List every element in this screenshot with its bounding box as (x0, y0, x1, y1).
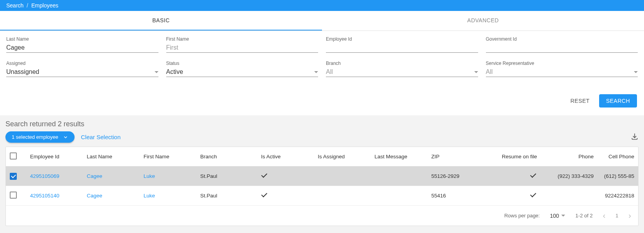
form-actions: RESET SEARCH (0, 92, 644, 115)
col-first-name[interactable]: First Name (140, 147, 196, 167)
check-icon (261, 172, 268, 179)
field-assigned: Assigned Unassigned (6, 61, 158, 77)
check-icon (530, 192, 537, 199)
select-branch[interactable]: All (326, 67, 478, 77)
cell-first-name[interactable]: Luke (144, 173, 155, 179)
reset-button[interactable]: RESET (568, 97, 592, 104)
cell-is-active (257, 167, 314, 186)
input-government-id[interactable] (486, 43, 638, 53)
field-service-rep: Service Representative All (486, 61, 638, 77)
select-service-rep[interactable]: All (486, 67, 638, 77)
chevron-down-icon (155, 71, 158, 73)
results-heading: Search returned 2 results (5, 120, 639, 128)
rows-per-page-value: 100 (550, 213, 559, 219)
chevron-down-icon (63, 134, 68, 140)
breadcrumb-separator: / (27, 2, 28, 9)
col-phone[interactable]: Phone (541, 147, 598, 167)
next-page-button[interactable]: › (628, 211, 631, 220)
col-resume[interactable]: Resume on file (484, 147, 541, 167)
label-last-name: Last Name (6, 36, 158, 42)
pagination-range: 1-2 of 2 (575, 213, 592, 219)
col-checkbox (6, 147, 26, 167)
selected-employee-label: 1 selected employee (12, 134, 58, 140)
input-last-name[interactable] (6, 43, 158, 53)
label-branch: Branch (326, 61, 478, 66)
cell-is-assigned (314, 186, 370, 206)
label-service-rep: Service Representative (486, 61, 638, 66)
input-employee-id[interactable] (326, 43, 478, 53)
col-last-message[interactable]: Last Message (371, 147, 427, 167)
search-button[interactable]: SEARCH (599, 94, 637, 108)
download-icon[interactable] (631, 133, 639, 142)
select-all-checkbox[interactable] (10, 152, 17, 160)
selection-bar: 1 selected employee Clear Selection (5, 131, 639, 143)
results-table-wrap: Employee Id Last Name First Name Branch … (5, 147, 639, 226)
cell-cell-phone: 9224222818 (598, 186, 638, 206)
field-branch: Branch All (326, 61, 478, 77)
select-service-rep-value: All (486, 68, 493, 75)
pagination: Rows per page: 100 1-2 of 2 ‹ 1 › (6, 206, 638, 226)
field-status: Status Active (166, 61, 318, 77)
rows-per-page-select[interactable]: 100 (550, 213, 565, 219)
table-header-row: Employee Id Last Name First Name Branch … (6, 147, 638, 167)
field-first-name: First Name (166, 36, 318, 53)
select-status-value: Active (166, 68, 183, 75)
col-is-assigned[interactable]: Is Assigned (314, 147, 370, 167)
breadcrumb: Search / Employees (0, 0, 644, 11)
label-first-name: First Name (166, 36, 318, 42)
prev-page-button[interactable]: ‹ (603, 211, 605, 220)
breadcrumb-current: Employees (31, 2, 58, 9)
clear-selection-link[interactable]: Clear Selection (81, 134, 121, 140)
cell-first-name[interactable]: Luke (144, 193, 155, 199)
results-table: Employee Id Last Name First Name Branch … (6, 147, 638, 206)
cell-employee-id[interactable]: 4295105140 (30, 193, 59, 199)
table-row[interactable]: 4295105140CageeLukeSt.Paul55416922422281… (6, 186, 638, 206)
breadcrumb-root[interactable]: Search (6, 2, 23, 9)
cell-is-assigned (314, 167, 370, 186)
input-first-name[interactable] (166, 43, 318, 53)
rows-per-page-label: Rows per page: (504, 213, 540, 219)
cell-zip: 55416 (427, 186, 484, 206)
chevron-down-icon (314, 71, 318, 73)
chevron-down-icon (561, 215, 565, 217)
col-last-name[interactable]: Last Name (83, 147, 139, 167)
label-employee-id: Employee Id (326, 36, 478, 42)
col-cell[interactable]: Cell Phone (598, 147, 638, 167)
col-zip[interactable]: ZIP (427, 147, 484, 167)
cell-employee-id[interactable]: 4295105069 (30, 173, 59, 179)
field-government-id: Government Id (486, 36, 638, 53)
cell-last-name[interactable]: Cagee (87, 193, 102, 199)
row-checkbox[interactable] (10, 192, 17, 199)
col-branch[interactable]: Branch (196, 147, 257, 167)
selected-employee-pill[interactable]: 1 selected employee (5, 131, 75, 143)
tab-basic[interactable]: BASIC (0, 11, 322, 30)
cell-last-name[interactable]: Cagee (87, 173, 102, 179)
select-assigned[interactable]: Unassigned (6, 67, 158, 77)
label-status: Status (166, 61, 318, 66)
table-row[interactable]: 4295105069CageeLukeSt.Paul55126-2929(922… (6, 167, 638, 186)
field-last-name: Last Name (6, 36, 158, 53)
chevron-down-icon (474, 71, 478, 73)
field-employee-id: Employee Id (326, 36, 478, 53)
cell-last-message (371, 186, 427, 206)
cell-branch: St.Paul (196, 167, 257, 186)
row-checkbox[interactable] (10, 173, 17, 180)
cell-branch: St.Paul (196, 186, 257, 206)
current-page: 1 (616, 213, 618, 219)
cell-phone: (922) 333-4329 (541, 167, 598, 186)
label-government-id: Government Id (486, 36, 638, 42)
col-employee-id[interactable]: Employee Id (26, 147, 83, 167)
cell-resume (484, 167, 541, 186)
cell-is-active (257, 186, 314, 206)
col-is-active[interactable]: Is Active (257, 147, 314, 167)
search-tabs: BASIC ADVANCED (0, 11, 644, 31)
select-status[interactable]: Active (166, 67, 318, 77)
tab-advanced[interactable]: ADVANCED (322, 11, 644, 30)
cell-resume (484, 186, 541, 206)
search-form: Last Name First Name Employee Id Governm… (0, 31, 644, 92)
cell-zip: 55126-2929 (427, 167, 484, 186)
results-area: Search returned 2 results 1 selected emp… (0, 115, 644, 233)
chevron-down-icon (634, 71, 638, 73)
check-icon (530, 172, 537, 179)
select-assigned-value: Unassigned (6, 68, 39, 75)
